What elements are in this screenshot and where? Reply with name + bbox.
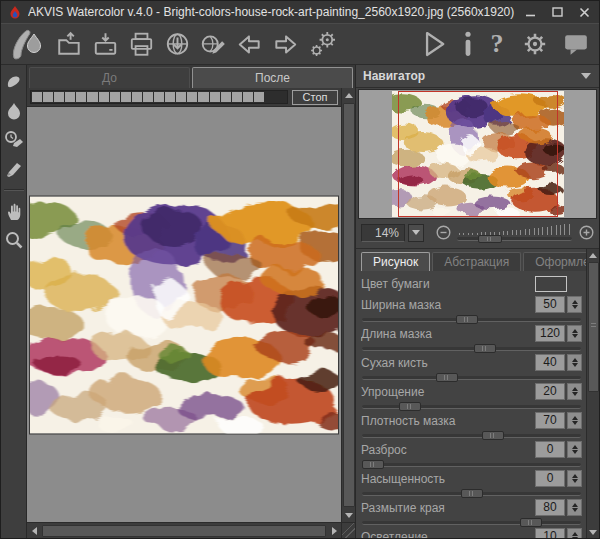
param-value-field[interactable]: 50 bbox=[535, 296, 565, 313]
eraser-brush-tool-icon[interactable] bbox=[4, 159, 24, 179]
spinner-down-icon[interactable] bbox=[572, 392, 578, 399]
scroll-down-icon[interactable] bbox=[342, 508, 356, 522]
param-value-field[interactable]: 10 bbox=[535, 528, 565, 538]
param-value-field[interactable]: 120 bbox=[535, 325, 565, 342]
tab-before[interactable]: До bbox=[29, 67, 190, 88]
param-spinner[interactable] bbox=[567, 354, 582, 371]
param-spinner[interactable] bbox=[567, 325, 582, 342]
tab-decoration[interactable]: Оформление bbox=[523, 252, 586, 271]
param-slider-handle[interactable] bbox=[362, 460, 384, 469]
info-icon[interactable] bbox=[462, 31, 474, 57]
param-value-field[interactable]: 0 bbox=[535, 441, 565, 458]
zoom-out-icon[interactable] bbox=[435, 225, 451, 241]
spinner-down-icon[interactable] bbox=[572, 450, 578, 457]
minimize-button[interactable] bbox=[524, 6, 536, 18]
zoom-dropdown-icon[interactable] bbox=[408, 224, 424, 242]
spinner-down-icon[interactable] bbox=[572, 537, 578, 538]
spinner-down-icon[interactable] bbox=[572, 421, 578, 428]
close-button[interactable] bbox=[578, 6, 590, 18]
param-slider[interactable] bbox=[362, 463, 581, 467]
spinner-down-icon[interactable] bbox=[572, 305, 578, 312]
feedback-icon[interactable] bbox=[563, 32, 589, 56]
spinner-down-icon[interactable] bbox=[572, 363, 578, 370]
zoom-in-icon[interactable] bbox=[578, 225, 594, 241]
tab-after[interactable]: После bbox=[192, 67, 353, 88]
zoom-slider[interactable] bbox=[457, 222, 572, 244]
param-spinner[interactable] bbox=[567, 528, 582, 538]
spinner-up-icon[interactable] bbox=[572, 500, 578, 507]
horizontal-scroll-thumb[interactable] bbox=[42, 525, 326, 537]
spinner-up-icon[interactable] bbox=[572, 326, 578, 333]
help-icon[interactable]: ? bbox=[487, 30, 507, 58]
param-slider-handle[interactable] bbox=[520, 518, 542, 527]
undo-icon[interactable] bbox=[236, 31, 263, 58]
spinner-up-icon[interactable] bbox=[572, 355, 578, 362]
smudge-tool-icon[interactable] bbox=[4, 72, 24, 92]
param-slider-handle[interactable] bbox=[456, 315, 478, 324]
tab-abstraction[interactable]: Абстракция bbox=[432, 252, 521, 271]
param-slider[interactable] bbox=[362, 318, 581, 322]
spinner-up-icon[interactable] bbox=[572, 529, 578, 536]
spinner-down-icon[interactable] bbox=[572, 508, 578, 515]
spinner-up-icon[interactable] bbox=[572, 297, 578, 304]
image-canvas[interactable] bbox=[27, 107, 341, 522]
redo-icon[interactable] bbox=[272, 31, 299, 58]
zoom-slider-track[interactable] bbox=[457, 237, 572, 241]
hand-tool-icon[interactable] bbox=[5, 201, 23, 221]
params-scroll-down-icon[interactable] bbox=[586, 526, 600, 538]
spinner-up-icon[interactable] bbox=[572, 413, 578, 420]
param-value-field[interactable]: 40 bbox=[535, 354, 565, 371]
zoom-slider-handle[interactable] bbox=[478, 235, 502, 243]
blur-tool-icon[interactable] bbox=[5, 101, 23, 121]
param-value-field[interactable]: 20 bbox=[535, 383, 565, 400]
spinner-down-icon[interactable] bbox=[572, 334, 578, 341]
paper-color-swatch[interactable] bbox=[535, 276, 567, 292]
print-icon[interactable] bbox=[128, 31, 155, 58]
param-slider-handle[interactable] bbox=[482, 431, 504, 440]
result-image[interactable] bbox=[29, 195, 339, 434]
params-scrollbar[interactable] bbox=[586, 249, 599, 538]
open-icon[interactable] bbox=[56, 31, 83, 58]
param-slider[interactable] bbox=[362, 347, 581, 351]
batch-processing-icon[interactable] bbox=[308, 29, 338, 59]
import-from-web-icon[interactable] bbox=[164, 31, 191, 58]
vertical-scrollbar[interactable] bbox=[342, 88, 355, 522]
params-scroll-thumb[interactable] bbox=[588, 262, 599, 392]
param-value-field[interactable]: 80 bbox=[535, 499, 565, 516]
maximize-button[interactable] bbox=[551, 6, 563, 18]
params-scroll-up-icon[interactable] bbox=[586, 249, 600, 261]
publish-to-web-icon[interactable] bbox=[200, 31, 227, 58]
run-icon[interactable] bbox=[419, 29, 449, 59]
preferences-icon[interactable] bbox=[520, 29, 550, 59]
navigator-thumbnail[interactable] bbox=[358, 89, 597, 219]
param-spinner[interactable] bbox=[567, 383, 582, 400]
param-slider[interactable] bbox=[362, 376, 581, 380]
zoom-tool-icon[interactable] bbox=[4, 230, 24, 250]
param-spinner[interactable] bbox=[567, 412, 582, 429]
scroll-left-icon[interactable] bbox=[27, 524, 41, 538]
navigator-collapse-icon[interactable] bbox=[581, 73, 591, 84]
scroll-up-icon[interactable] bbox=[342, 88, 356, 102]
scroll-right-icon[interactable] bbox=[327, 524, 341, 538]
spinner-down-icon[interactable] bbox=[572, 479, 578, 486]
param-spinner[interactable] bbox=[567, 296, 582, 313]
param-slider-handle[interactable] bbox=[474, 344, 496, 353]
param-slider[interactable] bbox=[362, 521, 581, 525]
param-spinner[interactable] bbox=[567, 499, 582, 516]
history-brush-tool-icon[interactable] bbox=[3, 130, 25, 150]
param-slider-handle[interactable] bbox=[436, 373, 458, 382]
param-spinner[interactable] bbox=[567, 470, 582, 487]
spinner-up-icon[interactable] bbox=[572, 442, 578, 449]
param-slider[interactable] bbox=[362, 405, 581, 409]
param-spinner[interactable] bbox=[567, 441, 582, 458]
param-slider[interactable] bbox=[362, 434, 581, 438]
horizontal-scrollbar[interactable] bbox=[27, 522, 341, 538]
tab-drawing[interactable]: Рисунок bbox=[361, 252, 430, 271]
param-slider-handle[interactable] bbox=[399, 402, 421, 411]
param-value-field[interactable]: 0 bbox=[535, 470, 565, 487]
param-slider[interactable] bbox=[362, 492, 581, 496]
param-value-field[interactable]: 70 bbox=[535, 412, 565, 429]
navigator-view-frame[interactable] bbox=[398, 91, 558, 217]
param-slider-handle[interactable] bbox=[461, 489, 483, 498]
save-icon[interactable] bbox=[92, 31, 119, 58]
